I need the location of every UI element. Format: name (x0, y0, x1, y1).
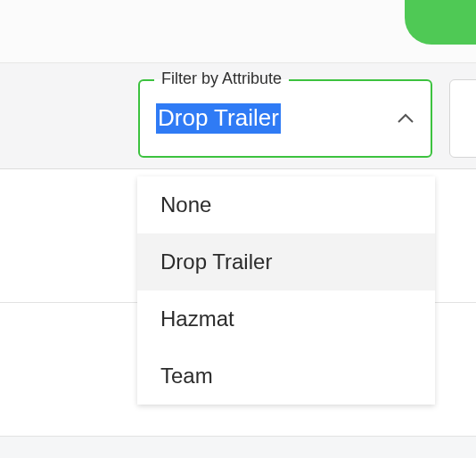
adjacent-field[interactable] (449, 79, 476, 158)
filter-label: Filter by Attribute (154, 70, 289, 88)
filter-dropdown: None Drop Trailer Hazmat Team (137, 176, 435, 405)
option-team[interactable]: Team (137, 348, 435, 405)
primary-action-button[interactable] (405, 0, 476, 45)
option-hazmat[interactable]: Hazmat (137, 290, 435, 348)
filter-label-text: Filter by Attribute (161, 70, 282, 87)
chevron-up-icon[interactable] (397, 110, 414, 127)
filter-by-attribute-select[interactable]: Filter by Attribute Drop Trailer (138, 79, 432, 158)
option-none[interactable]: None (137, 176, 435, 233)
filter-bar: Filter by Attribute Drop Trailer (0, 62, 476, 169)
top-bar (0, 0, 476, 62)
option-drop-trailer[interactable]: Drop Trailer (137, 233, 435, 290)
filter-selected-value[interactable]: Drop Trailer (156, 103, 281, 134)
